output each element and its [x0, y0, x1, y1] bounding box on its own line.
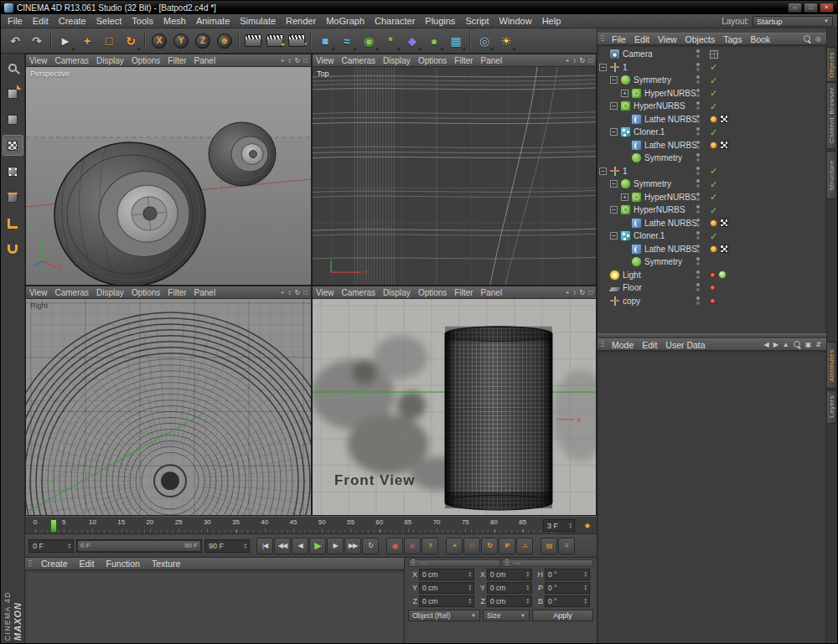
size-mode-select[interactable]: Size ▼ — [483, 610, 530, 621]
record-point-level-button[interactable]: ∴ — [516, 538, 533, 554]
menu-mesh[interactable]: Mesh — [158, 15, 191, 27]
undo-button[interactable]: ↶ — [4, 30, 26, 52]
visibility-dots[interactable] — [696, 296, 700, 305]
zoom-view-icon[interactable]: ↕ — [572, 57, 576, 64]
collapse-icon[interactable]: − — [610, 206, 618, 214]
visibility-dots[interactable] — [696, 63, 700, 71]
layer-dot-icon[interactable] — [710, 272, 716, 278]
pin-icon[interactable]: ▲ — [783, 341, 789, 348]
object-manager-menu-file[interactable]: File — [608, 34, 630, 44]
stepper[interactable]: ▲▼ — [244, 543, 247, 549]
rotation-b-field[interactable]: 0 °▲▼ — [545, 595, 590, 607]
minimize-button[interactable]: – — [788, 3, 802, 13]
tab-structure[interactable]: Structure — [827, 151, 837, 199]
object-row-lathe-nurbs[interactable]: Lathe NURBS — [597, 139, 826, 152]
history-forward-icon[interactable]: ▶ — [773, 341, 779, 348]
current-frame-field[interactable]: 3 F ▲▼ — [543, 519, 575, 532]
workplane-mode-button[interactable] — [3, 213, 23, 234]
stepper[interactable]: ▲▼ — [569, 523, 572, 529]
stepper[interactable]: ▲▼ — [584, 598, 587, 605]
enable-check-icon[interactable]: ✓ — [710, 76, 717, 85]
coords-panel-handle[interactable]: ··· — [408, 559, 500, 567]
maximize-view-icon[interactable]: □ — [303, 57, 308, 64]
expand-icon[interactable]: + — [621, 193, 628, 201]
texture-tag[interactable] — [720, 141, 728, 149]
materials-menu-edit[interactable]: Edit — [74, 559, 101, 569]
stepper[interactable]: ▲▼ — [584, 571, 587, 578]
add-deformer-button[interactable]: ◆ — [401, 30, 423, 52]
object-row-symmetry[interactable]: −Symmetry✓ — [597, 178, 826, 191]
top-view-canvas[interactable]: X Top — [313, 67, 596, 285]
phong-tag[interactable] — [710, 219, 717, 227]
go-to-start-button[interactable]: |◀ — [256, 538, 273, 554]
vp-perspective-menu-display[interactable]: Display — [96, 56, 124, 65]
vp-front-menu-view[interactable]: View — [316, 288, 334, 297]
visibility-dots[interactable] — [696, 231, 700, 240]
enable-check-icon[interactable]: ✓ — [710, 102, 717, 111]
menu-simulate[interactable]: Simulate — [235, 15, 281, 27]
texture-mode-button[interactable] — [3, 135, 23, 156]
visibility-dots[interactable] — [696, 179, 700, 188]
light-texture-tag[interactable] — [718, 270, 727, 279]
search-icon[interactable] — [804, 35, 811, 43]
vp-right-menu-filter[interactable]: Filter — [168, 288, 186, 297]
apply-button[interactable]: Apply — [532, 610, 593, 621]
size-y-field[interactable]: 0 cm▲▼ — [487, 582, 532, 594]
vp-top-menu-cameras[interactable]: Cameras — [342, 56, 376, 65]
live-selection-button[interactable]: ► — [54, 30, 76, 52]
go-to-previous-frame-button[interactable]: ◀ — [292, 538, 308, 554]
menu-animate[interactable]: Animate — [191, 15, 235, 27]
object-manager-menu-book[interactable]: Book — [746, 34, 774, 44]
object-row-symmetry[interactable]: −Symmetry✓ — [597, 74, 826, 87]
vp-front-menu-cameras[interactable]: Cameras — [342, 288, 376, 297]
play-mode-button[interactable]: ↻ — [362, 538, 379, 554]
position-z-field[interactable]: 0 cm▲▼ — [419, 595, 474, 607]
transform-mode-select[interactable]: Object (Rel) ▼ — [408, 610, 480, 621]
menu-tools[interactable]: Tools — [127, 15, 158, 27]
vp-perspective-menu-panel[interactable]: Panel — [194, 56, 216, 65]
materials-menu-function[interactable]: Function — [101, 559, 146, 569]
add-light-button[interactable]: ☀ — [495, 30, 517, 52]
keyframe-help-button[interactable]: ? — [422, 538, 438, 554]
layer-dot-icon[interactable] — [710, 285, 716, 291]
layout-select[interactable]: Startup ▼ — [753, 16, 833, 27]
zoom-view-icon[interactable]: ↕ — [287, 289, 291, 296]
enable-check-icon[interactable]: ✓ — [710, 128, 717, 137]
visibility-dots[interactable] — [696, 219, 700, 227]
menu-character[interactable]: Character — [370, 15, 420, 27]
vp-right-menu-view[interactable]: View — [29, 288, 48, 297]
vp-perspective-menu-filter[interactable]: Filter — [168, 56, 186, 65]
size-z-field[interactable]: 0 cm▲▼ — [487, 595, 532, 607]
object-row-hypernurbs[interactable]: −HyperNURBS✓ — [597, 100, 826, 113]
attributes-drag-handle[interactable] — [601, 341, 604, 348]
lock-z-axis-button[interactable]: Z — [192, 30, 214, 52]
texture-tag[interactable] — [720, 245, 728, 253]
render-picture-viewer-button[interactable]: + — [264, 30, 286, 52]
vp-top-menu-view[interactable]: View — [316, 56, 334, 65]
maximize-button[interactable]: □ — [804, 3, 818, 13]
search-icon[interactable] — [794, 341, 801, 348]
object-row-cloner-1[interactable]: −Cloner.1✓ — [597, 126, 826, 139]
vp-right-menu-panel[interactable]: Panel — [194, 288, 216, 297]
add-spline-button[interactable]: ≈ — [336, 30, 358, 52]
keyframe-selection-button[interactable]: ▤ — [541, 538, 557, 554]
stepper[interactable]: ▲▼ — [526, 585, 530, 591]
move-tool-button[interactable]: + — [76, 30, 98, 52]
record-active-objects-button[interactable]: ◉ — [386, 538, 403, 554]
vp-front-menu-display[interactable]: Display — [383, 288, 411, 297]
rotation-h-field[interactable]: 0 °▲▼ — [545, 569, 590, 580]
visibility-dots[interactable] — [696, 283, 700, 291]
menu-window[interactable]: Window — [494, 15, 537, 27]
enable-check-icon[interactable]: ✓ — [710, 89, 717, 97]
vp-top-menu-filter[interactable]: Filter — [454, 56, 473, 65]
menu-edit[interactable]: Edit — [28, 15, 54, 27]
menu-create[interactable]: Create — [54, 15, 91, 27]
rotate-view-icon[interactable]: ↻ — [294, 289, 300, 296]
record-rotation-button[interactable]: ↻ — [481, 538, 498, 554]
object-row-copy[interactable]: copy — [597, 295, 826, 308]
menu-render[interactable]: Render — [281, 15, 321, 27]
phong-tag[interactable] — [710, 142, 717, 149]
model-mode-button[interactable] — [3, 109, 23, 130]
enable-check-icon[interactable]: ✓ — [710, 63, 717, 71]
maximize-view-icon[interactable]: □ — [588, 57, 592, 64]
